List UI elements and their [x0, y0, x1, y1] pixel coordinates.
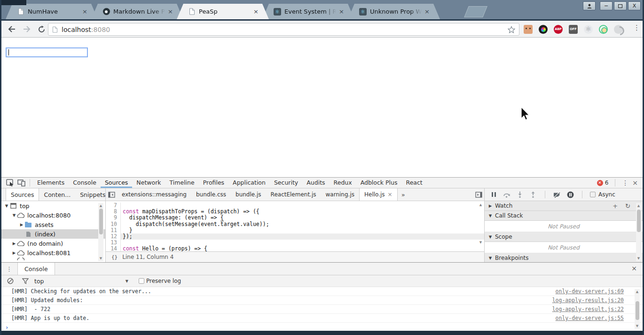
- clear-console-icon[interactable]: [6, 277, 15, 285]
- scroll-up-icon[interactable]: ▲: [478, 203, 483, 207]
- source-code[interactable]: 7 8const mapDispathToProps = (dispatch) …: [106, 202, 484, 251]
- devtools-tab-redux[interactable]: Redux: [330, 178, 356, 188]
- expand-arrow-icon[interactable]: ▼: [12, 213, 16, 218]
- message-input[interactable]: [6, 47, 88, 57]
- devtools-tab-profiles[interactable]: Profiles: [199, 178, 228, 188]
- tree-item-index-selected[interactable]: (index): [1, 229, 105, 239]
- extension-off-icon[interactable]: OFF: [569, 25, 578, 34]
- forward-button[interactable]: [21, 23, 33, 35]
- show-debugger-panel-icon[interactable]: [473, 192, 484, 198]
- browser-tab-peasp-active[interactable]: PeaSp ×: [177, 4, 269, 19]
- profile-button[interactable]: [583, 1, 596, 10]
- pretty-print-icon[interactable]: {}: [106, 254, 122, 260]
- source-link[interactable]: only-dev-server.js:55: [556, 315, 624, 321]
- scroll-up-icon[interactable]: ▲: [98, 204, 103, 208]
- browser-menu-icon[interactable]: ⋮: [633, 23, 640, 32]
- more-tabs-icon[interactable]: »: [398, 191, 409, 198]
- step-into-icon[interactable]: [516, 190, 524, 199]
- devtools-menu-icon[interactable]: ⋮: [622, 179, 628, 187]
- async-checkbox[interactable]: [590, 192, 596, 197]
- extension-swirl-icon[interactable]: [614, 25, 623, 34]
- devtools-tab-sources[interactable]: Sources: [101, 178, 132, 188]
- scroll-up-icon[interactable]: ▲: [636, 204, 641, 208]
- watch-section-header[interactable]: ▶ Watch +↻: [485, 201, 643, 211]
- tab-close-icon[interactable]: ×: [79, 8, 87, 15]
- pause-on-exceptions-icon[interactable]: [566, 190, 574, 199]
- tree-item-assets[interactable]: ▶ assets: [1, 220, 105, 229]
- devtools-tab-security[interactable]: Security: [270, 178, 302, 188]
- expand-arrow-icon[interactable]: ▶: [12, 250, 16, 255]
- step-over-icon[interactable]: [503, 190, 511, 199]
- add-watch-icon[interactable]: +: [613, 203, 618, 210]
- browser-tab-unknown-prop[interactable]: ⚛ Unknown Prop War ×: [348, 4, 440, 19]
- tab-close-icon[interactable]: ×: [251, 8, 259, 15]
- url-bar[interactable]: localhost:8080: [48, 23, 519, 36]
- refresh-watch-icon[interactable]: ↻: [625, 203, 630, 210]
- expand-arrow-icon[interactable]: ▼: [487, 256, 493, 260]
- scroll-down-icon[interactable]: ▼: [98, 257, 103, 260]
- extension-adblock-plus-icon[interactable]: ABP: [554, 25, 563, 34]
- console-scrollbar[interactable]: ▲ ▼: [635, 289, 640, 329]
- nav-tab-sources[interactable]: Sources: [6, 188, 39, 201]
- new-tab-button[interactable]: [464, 6, 487, 17]
- scroll-down-icon[interactable]: ▼: [635, 324, 640, 328]
- scrollbar-thumb[interactable]: [99, 209, 103, 234]
- execution-context-selector[interactable]: top ▼: [34, 278, 128, 285]
- tree-item-localhost-8080[interactable]: ▼ localhost:8080: [1, 210, 105, 220]
- debugger-scrollbar[interactable]: ▲ ▼: [636, 203, 641, 261]
- extension-react-icon[interactable]: ⚛: [584, 25, 593, 34]
- pause-icon[interactable]: [489, 190, 498, 199]
- devtools-close-icon[interactable]: ×: [632, 179, 638, 187]
- devtools-tab-react[interactable]: React: [402, 178, 427, 188]
- console-drawer-tab[interactable]: Console: [17, 263, 55, 275]
- tab-close-icon[interactable]: ×: [388, 191, 393, 198]
- tree-item-top[interactable]: ▼ top: [1, 201, 105, 210]
- hide-navigator-icon[interactable]: [106, 192, 117, 198]
- device-toolbar-icon[interactable]: [16, 178, 27, 188]
- bookmark-star-icon[interactable]: [508, 26, 515, 33]
- source-link[interactable]: log-apply-result.js:20: [552, 297, 624, 304]
- preserve-log-checkbox[interactable]: [139, 278, 144, 284]
- devtools-tab-audits[interactable]: Audits: [302, 178, 329, 188]
- scrollbar-thumb[interactable]: [637, 210, 641, 232]
- minimize-button[interactable]: −: [600, 1, 613, 10]
- scope-section-header[interactable]: ▼ Scope: [485, 232, 643, 242]
- maximize-button[interactable]: [614, 1, 627, 10]
- editor-tab-warning-js[interactable]: warning.js: [321, 191, 359, 198]
- tab-close-icon[interactable]: ×: [165, 8, 173, 15]
- devtools-tab-network[interactable]: Network: [132, 178, 165, 188]
- browser-tab-event-system[interactable]: ⚛ Event System | Rea ×: [262, 4, 354, 19]
- expand-arrow-icon[interactable]: ▶: [487, 203, 493, 208]
- devtools-tab-adblock-plus[interactable]: Adblock Plus: [356, 178, 402, 188]
- drawer-menu-icon[interactable]: ⋮: [1, 265, 17, 273]
- tree-item-no-domain[interactable]: ▶ (no domain): [1, 239, 105, 248]
- extension-target-icon[interactable]: [599, 25, 608, 34]
- expand-arrow-icon[interactable]: ▼: [4, 203, 9, 208]
- filter-icon[interactable]: [21, 277, 30, 285]
- expand-arrow-icon[interactable]: ▶: [19, 222, 24, 227]
- tree-item-localhost-8081[interactable]: ▶ localhost:8081: [1, 248, 105, 257]
- scrollbar-thumb[interactable]: [636, 301, 639, 320]
- devtools-tab-elements[interactable]: Elements: [33, 178, 69, 188]
- browser-tab-numhave[interactable]: NumHave ×: [6, 4, 98, 19]
- editor-tab-extensions-messaging[interactable]: extensions::messaging: [117, 191, 191, 198]
- expand-arrow-icon[interactable]: ▼: [487, 213, 493, 218]
- close-drawer-icon[interactable]: ×: [631, 265, 637, 272]
- tree-item-clipped[interactable]: [1, 257, 105, 260]
- source-link[interactable]: log-apply-result.js:22: [552, 306, 624, 312]
- back-button[interactable]: [6, 23, 18, 35]
- scroll-down-icon[interactable]: ▼: [478, 241, 483, 244]
- editor-tab-bundle-css[interactable]: bundle.css: [191, 191, 231, 198]
- expand-arrow-icon[interactable]: ▼: [487, 234, 493, 239]
- close-window-button[interactable]: X: [628, 1, 641, 10]
- call-stack-section-header[interactable]: ▼ Call Stack: [485, 211, 643, 221]
- expand-arrow-icon[interactable]: ▶: [12, 241, 16, 246]
- devtools-tab-timeline[interactable]: Timeline: [165, 178, 199, 188]
- scroll-up-icon[interactable]: ▲: [635, 290, 640, 294]
- devtools-tab-application[interactable]: Application: [228, 178, 270, 188]
- nav-tab-snippets[interactable]: Snippets: [75, 188, 106, 201]
- error-count-badge[interactable]: ✕6: [597, 179, 609, 186]
- scroll-down-icon[interactable]: ▼: [636, 257, 641, 260]
- browser-tab-markdown-live[interactable]: Markdown Live Pre ×: [91, 4, 183, 19]
- editor-scrollbar[interactable]: ▲ ▼: [478, 203, 483, 250]
